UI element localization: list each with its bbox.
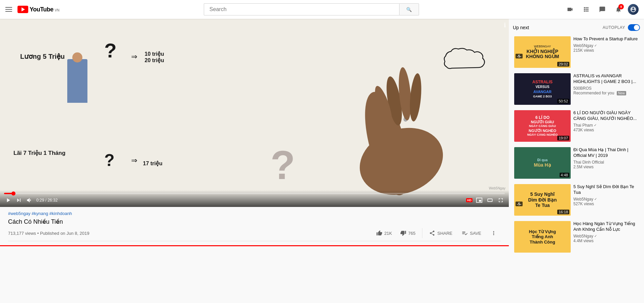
volume-icon	[26, 197, 33, 204]
thumb-duration-1: 29:02	[557, 62, 569, 67]
notifications-icon-button[interactable]: 8	[612, 3, 625, 16]
like-button[interactable]: 21K	[372, 228, 396, 238]
views-count: 713,177 views	[8, 231, 36, 236]
sidebar-item-2[interactable]: ASTRALIS VERSUS AVANGAR GAME 2 BO3 50:52…	[513, 72, 640, 106]
hamburger-menu[interactable]	[5, 7, 12, 12]
question-1: ?	[104, 39, 117, 62]
thumb-text-1: WEB5NGAY Khởi NghiệpKhông Ngủm	[523, 42, 562, 62]
video-stats: 713,177 views • Published on Jun 8, 2019	[8, 230, 89, 236]
sidebar-item[interactable]: WEB5NGAY Khởi NghiệpKhông Ngủm -5- 29:02…	[513, 35, 640, 69]
video-meta: 713,177 views • Published on Jun 8, 2019…	[8, 228, 501, 241]
save-label: SAVE	[470, 231, 481, 236]
like-dislike-group: 21K 765	[372, 228, 423, 238]
theater-button[interactable]	[486, 196, 494, 204]
autoplay-section: AUTOPLAY	[603, 24, 640, 31]
sidebar-item-info-2: ASTRALIS vs AVANGAR HIGHLIGHTS | GAME 2 …	[573, 73, 639, 105]
next-button[interactable]	[15, 196, 23, 204]
si-views-4: 2.5M views	[573, 165, 639, 169]
youtube-logo-text: YouTube	[30, 6, 53, 13]
arrow-1: ⇒	[131, 52, 137, 61]
sidebar-item-4[interactable]: Đi qua Mùa Hạ 4:48 Đi Qua Mùa Hạ | Thai …	[513, 146, 640, 180]
sidebar-item-3[interactable]: 6 LÍ DO NGƯỜI GIÀU NGÀY CÀNG GIÀU NGƯỜI …	[513, 109, 640, 143]
share-icon	[429, 230, 435, 236]
save-icon	[462, 230, 468, 236]
amount-1: 10 triệu20 triệu	[145, 51, 164, 63]
miniplayer-icon	[476, 197, 483, 204]
si-channel-2: 500BROS	[573, 86, 639, 91]
play-icon	[5, 197, 11, 204]
share-button[interactable]: SHARE	[425, 228, 456, 238]
verified-icon-3: ✓	[594, 123, 597, 127]
progress-fill	[4, 193, 13, 194]
sidebar-item-6[interactable]: Học Từ VựngTiếng AnhThành Công Học Hàng …	[513, 220, 640, 254]
volume-button[interactable]	[26, 196, 34, 204]
si-title-6: Học Hàng Ngàn Từ Vựng Tiếng Anh Không Cầ…	[573, 221, 639, 232]
camera-icon-button[interactable]	[563, 3, 577, 16]
si-views-1: 215K views	[573, 48, 639, 53]
more-button[interactable]	[487, 228, 501, 238]
current-time: 0:29	[36, 198, 44, 203]
share-label: SHARE	[437, 231, 452, 236]
thumbnail-2: ASTRALIS VERSUS AVANGAR GAME 2 BO3 50:52	[514, 73, 571, 105]
sidebar-header: Up next AUTOPLAY	[513, 24, 640, 31]
fullscreen-button[interactable]	[497, 196, 505, 204]
progress-bar[interactable]	[4, 193, 505, 194]
save-button[interactable]: SAVE	[458, 228, 485, 238]
thumb-num-1: -5-	[516, 54, 523, 58]
header-left: YouTube VN	[5, 6, 60, 13]
scene-text-2: Lãi 7 Triệu 1 Tháng	[13, 149, 66, 157]
time-display: 0:29 / 26:32	[36, 198, 58, 203]
sidebar-item-5[interactable]: 5 Suy NghĩDìm Đời BạnTe Tua -5- 16:18 5 …	[513, 183, 640, 217]
si-views-3: 473K views	[573, 128, 639, 132]
miniplayer-button[interactable]	[475, 196, 483, 204]
thumb-image-6: Học Từ VựngTiếng AnhThành Công	[514, 221, 571, 253]
thumb-text-6: Học Từ VựngTiếng AnhThành Công	[527, 227, 558, 247]
total-time: 26:32	[47, 198, 58, 203]
search-input[interactable]	[204, 3, 399, 15]
camera-icon	[567, 6, 573, 13]
si-title-2: ASTRALIS vs AVANGAR HIGHLIGHTS | GAME 2 …	[573, 73, 639, 85]
publish-date: Published on Jun 8, 2019	[40, 231, 89, 236]
youtube-logo[interactable]: YouTube VN	[17, 6, 60, 13]
messages-icon-button[interactable]	[596, 3, 609, 16]
wolf-icon	[630, 6, 637, 13]
autoplay-label: AUTOPLAY	[603, 25, 625, 30]
thumb-text-2: ASTRALIS VERSUS AVANGAR GAME 2 BO3	[530, 78, 555, 100]
svg-point-5	[408, 73, 423, 122]
search-button[interactable]: 🔍	[399, 3, 419, 15]
si-channel-4: Thai Dinh Official	[573, 160, 639, 165]
dislike-count: 765	[408, 231, 416, 236]
up-next-label: Up next	[513, 25, 529, 30]
scene-text-1: Lương 5 Triệu	[20, 52, 65, 60]
video-title: Cách Có Nhiều Tiền	[8, 218, 501, 225]
video-actions: 21K 765 SHARE SAVE	[372, 228, 501, 238]
video-section: Lương 5 Triệu ? ⇒ 10 triệu20 triệu Lãi 7…	[0, 19, 509, 303]
user-avatar[interactable]	[628, 4, 639, 15]
thumb-text-3: 6 LÍ DO NGƯỜI GIÀU NGÀY CÀNG GIÀU NGƯỜI …	[525, 113, 560, 139]
si-channel-5: Web5Ngay ✓	[573, 197, 639, 202]
verified-icon-1: ✓	[594, 44, 597, 47]
thumb-duration-4: 4:48	[560, 173, 569, 177]
amount-2: 17 triệu	[143, 160, 162, 167]
dislike-button[interactable]: 765	[396, 228, 420, 238]
play-button[interactable]	[4, 196, 12, 204]
notification-badge: 8	[618, 4, 624, 9]
hand-drawing	[244, 37, 509, 197]
hand-svg	[244, 37, 509, 197]
bottom-red-bar	[0, 245, 509, 246]
new-badge-2: New	[617, 91, 626, 95]
apps-icon-button[interactable]	[579, 3, 593, 16]
info-button[interactable]: ℹ	[504, 21, 506, 29]
thumbnail-6: Học Từ VựngTiếng AnhThành Công	[514, 221, 571, 253]
youtube-logo-icon	[17, 6, 28, 13]
like-icon	[376, 230, 382, 236]
thumb-text-4: Đi qua Mùa Hạ	[532, 156, 553, 170]
video-controls: 0:29 / 26:32 HD	[0, 190, 509, 207]
theater-icon	[487, 197, 493, 204]
video-tags[interactable]: #web5ngay #kynang #kinhdoanh	[8, 211, 501, 216]
header-right: 8	[563, 3, 639, 16]
skip-icon	[15, 197, 22, 204]
video-player[interactable]: Lương 5 Triệu ? ⇒ 10 triệu20 triệu Lãi 7…	[0, 19, 509, 207]
video-scene: Lương 5 Triệu ? ⇒ 10 triệu20 triệu Lãi 7…	[0, 19, 509, 207]
autoplay-toggle[interactable]	[628, 24, 640, 31]
